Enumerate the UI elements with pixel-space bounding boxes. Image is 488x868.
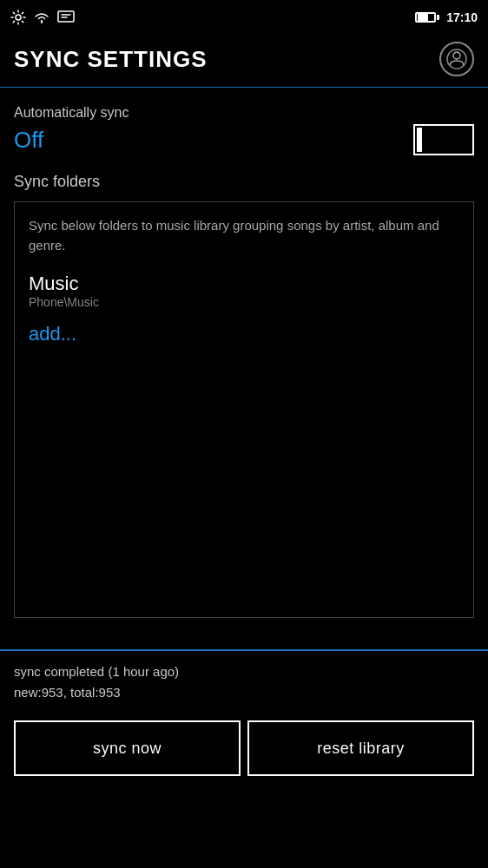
wifi-icon bbox=[33, 10, 50, 24]
auto-sync-label: Automatically sync bbox=[14, 105, 474, 121]
sync-now-button[interactable]: sync now bbox=[14, 720, 241, 776]
folders-description: Sync below folders to music library grou… bbox=[29, 216, 459, 255]
folder-path: Phone\Music bbox=[29, 295, 459, 309]
main-content: Automatically sync Off Sync folders Sync… bbox=[0, 88, 488, 649]
toggle-handle bbox=[417, 128, 422, 152]
page-title: SYNC SETTINGS bbox=[14, 46, 207, 73]
folder-name: Music bbox=[29, 273, 459, 295]
sync-status-line1: sync completed (1 hour ago) bbox=[14, 661, 474, 682]
svg-point-2 bbox=[453, 52, 460, 59]
settings-icon bbox=[10, 10, 26, 25]
folder-item-music[interactable]: Music Phone\Music bbox=[29, 273, 459, 309]
sync-folders-title: Sync folders bbox=[14, 173, 474, 191]
battery-icon bbox=[415, 12, 439, 23]
svg-rect-1 bbox=[58, 11, 74, 22]
profile-svg bbox=[446, 49, 467, 69]
app-header: SYNC SETTINGS bbox=[0, 35, 488, 88]
auto-sync-value: Off bbox=[14, 127, 43, 154]
time-display: 17:10 bbox=[446, 10, 478, 24]
bottom-buttons: sync now reset library bbox=[0, 720, 488, 776]
add-folder-link[interactable]: add... bbox=[29, 323, 76, 345]
divider bbox=[0, 649, 488, 651]
status-icons bbox=[10, 10, 75, 25]
message-icon bbox=[57, 10, 75, 24]
status-bar: 17:10 bbox=[0, 0, 488, 35]
status-bar-right: 17:10 bbox=[415, 10, 478, 24]
sync-status-line2: new:953, total:953 bbox=[14, 682, 474, 703]
svg-point-0 bbox=[16, 15, 21, 20]
reset-library-button[interactable]: reset library bbox=[247, 720, 474, 776]
auto-sync-row: Off bbox=[14, 124, 474, 155]
sync-status: sync completed (1 hour ago) new:953, tot… bbox=[0, 661, 488, 703]
folders-box: Sync below folders to music library grou… bbox=[14, 201, 474, 618]
profile-icon[interactable] bbox=[439, 42, 474, 76]
auto-sync-toggle[interactable] bbox=[413, 124, 474, 155]
